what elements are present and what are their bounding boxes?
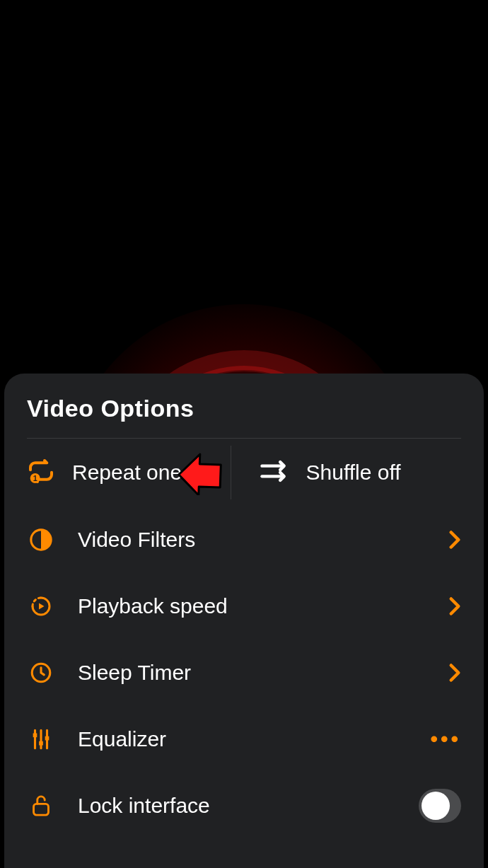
lock-icon <box>27 794 55 818</box>
speed-icon <box>27 594 55 619</box>
chevron-right-icon <box>419 596 461 616</box>
playback-speed-row[interactable]: Playback speed <box>27 573 461 640</box>
svg-rect-9 <box>34 804 49 815</box>
video-filters-row[interactable]: Video Filters <box>27 507 461 573</box>
shuffle-off-icon <box>258 457 289 488</box>
svg-rect-8 <box>45 736 50 741</box>
equalizer-row[interactable]: Equalizer ••• <box>27 706 461 772</box>
video-filters-label: Video Filters <box>78 528 396 552</box>
chevron-right-icon <box>419 530 461 550</box>
svg-rect-6 <box>33 734 37 738</box>
shuffle-mode-button[interactable]: Shuffle off <box>231 439 462 507</box>
repeat-mode-button[interactable]: 1 Repeat one <box>27 439 231 507</box>
lock-interface-toggle[interactable] <box>419 789 461 823</box>
shuffle-mode-label: Shuffle off <box>306 461 401 485</box>
svg-rect-7 <box>39 741 43 746</box>
repeat-one-icon: 1 <box>27 457 55 488</box>
playback-speed-label: Playback speed <box>78 594 396 618</box>
sleep-timer-row[interactable]: Sleep Timer <box>27 640 461 706</box>
top-options-row: 1 Repeat one Shuffle off <box>27 439 461 507</box>
options-list: Video Filters Playback speed <box>27 507 461 839</box>
contrast-icon <box>27 528 55 552</box>
screen: Video Options 1 Repeat one <box>0 0 488 868</box>
lock-interface-label: Lock interface <box>78 794 396 818</box>
panel-title: Video Options <box>27 395 461 422</box>
equalizer-label: Equalizer <box>78 727 396 751</box>
equalizer-icon <box>27 727 55 751</box>
more-icon[interactable]: ••• <box>419 727 461 751</box>
repeat-mode-label: Repeat one <box>72 461 182 485</box>
chevron-right-icon <box>419 663 461 683</box>
sleep-timer-label: Sleep Timer <box>78 661 396 685</box>
svg-text:1: 1 <box>33 474 37 482</box>
lock-interface-row[interactable]: Lock interface <box>27 772 461 839</box>
clock-icon <box>27 661 55 685</box>
video-options-panel: Video Options 1 Repeat one <box>4 374 484 868</box>
